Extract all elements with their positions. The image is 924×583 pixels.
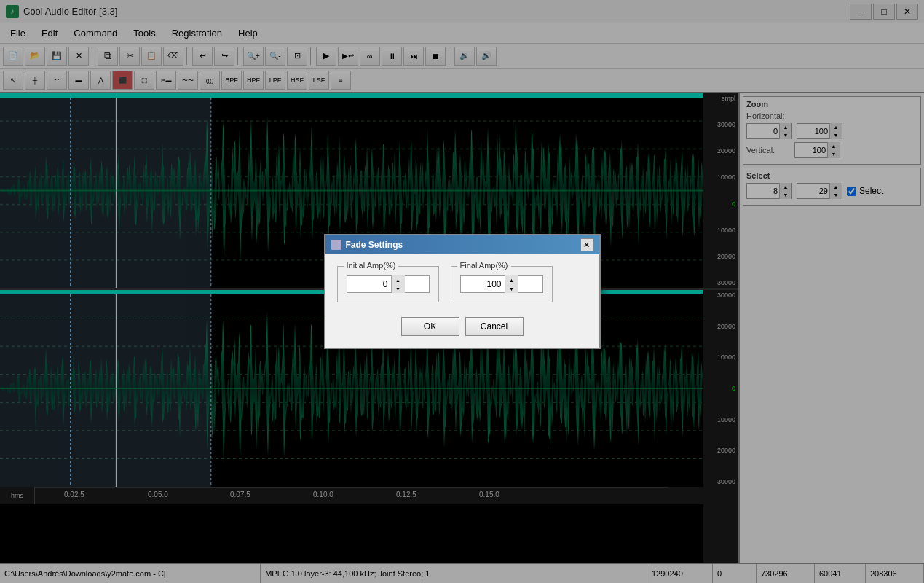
- initial-amp-legend: Initial Amp(%): [344, 261, 399, 270]
- cancel-button[interactable]: Cancel: [465, 317, 524, 336]
- modal-overlay: Fade Settings ✕ Initial Amp(%) ▲ ▼: [0, 0, 924, 583]
- initial-amp-up[interactable]: ▲: [392, 275, 405, 284]
- dialog-title: Fade Settings: [346, 240, 403, 250]
- final-amp-legend: Final Amp(%): [457, 261, 511, 270]
- final-amp-down[interactable]: ▼: [505, 284, 518, 293]
- final-amp-group: Final Amp(%) ▲ ▼: [451, 266, 553, 302]
- ok-button[interactable]: OK: [401, 317, 459, 336]
- dialog-title-bar: Fade Settings ✕: [325, 235, 599, 254]
- dialog-close-button[interactable]: ✕: [580, 238, 593, 251]
- dialog-fields: Initial Amp(%) ▲ ▼ Final Amp(%): [337, 266, 588, 302]
- final-amp-input[interactable]: [461, 276, 505, 292]
- initial-amp-down[interactable]: ▼: [392, 284, 405, 293]
- dialog-icon: [331, 240, 341, 250]
- final-amp-up[interactable]: ▲: [505, 275, 518, 284]
- dialog-body: Initial Amp(%) ▲ ▼ Final Amp(%): [325, 254, 599, 348]
- initial-amp-group: Initial Amp(%) ▲ ▼: [337, 266, 439, 302]
- initial-amp-spinbox[interactable]: ▲ ▼: [347, 275, 430, 293]
- fade-settings-dialog: Fade Settings ✕ Initial Amp(%) ▲ ▼: [324, 234, 601, 349]
- dialog-buttons: OK Cancel: [337, 317, 588, 336]
- initial-amp-input[interactable]: [347, 276, 391, 292]
- final-amp-spinbox[interactable]: ▲ ▼: [460, 275, 543, 293]
